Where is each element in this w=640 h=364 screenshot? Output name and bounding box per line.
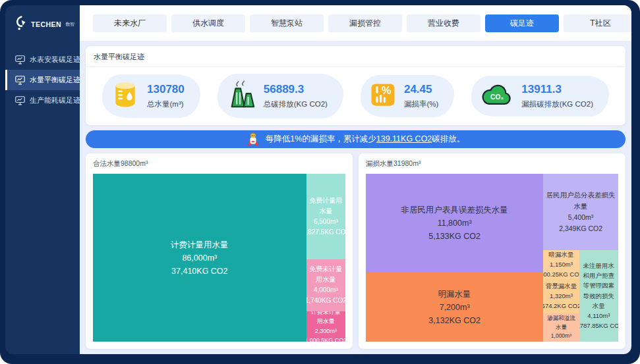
treemap-block-volume: 86,000m³ [182,251,217,265]
stat-leak-carbon: CO₂ 13911.3 漏损碳排放(KG CO2) [471,76,609,117]
treemap-block[interactable]: 暗漏水量1,150m³500.25KG CO2 [543,250,579,280]
treemap-block-co2: 500.25KG CO2 [543,269,579,279]
leak-water-treemap: 非居民用户表具误差损失水量11,800m³5,133KG CO2明漏水量7,20… [366,174,618,342]
treemap-block[interactable]: 非居民用户表具误差损失水量11,800m³5,133KG CO2 [366,174,543,273]
logo: TECHEN 数智 [5,5,80,41]
banner-highlight[interactable]: 139.11KG CO2 [376,134,432,143]
stats-panel: 水量平衡碳足迹 [86,46,625,125]
stat-label: 总水量(m³) [147,99,184,109]
sidebar-item-0[interactable]: 水表安装碳足迹 [5,49,80,70]
treemap-block-volume: 1,150m³ [550,259,573,269]
app-frame: TECHEN 数智 水表安装碳足迹水量平衡碳足迹生产能耗碳足迹 未来水厂供水调度… [0,0,640,364]
panel-title: 合法水量98800m³ [93,159,345,169]
sidebar-item-label: 生产能耗碳足迹 [30,95,80,105]
treemap-block-co2: 1,787.85KG CO2 [579,321,618,330]
treemap-block-co2: 2,349KG CO2 [559,223,602,234]
treemap-block-co2: 1,740KG CO2 [306,296,345,306]
stat-leak-rate: % 24.45 漏损率(%) [361,75,454,117]
tab-5[interactable]: 碳足迹 [485,14,559,32]
tab-1[interactable]: 供水调度 [171,14,245,32]
treemap-block[interactable]: 明漏水量7,200m³3,132KG CO2 [366,273,543,342]
stat-value: 13911.3 [521,83,562,96]
treemap-block-volume: 2,300m³ [315,326,337,336]
treemap-block-label: 免费计量用水量 [308,195,343,217]
treemap-block-volume: 7,200m³ [440,301,470,314]
treemap-block-volume: 4,000m³ [314,285,338,296]
treemap-panels: 合法水量98800m³ 计费计量用水量86,000m³37,410KG CO2免… [86,153,625,349]
treemap-block-volume: 5,400m³ [568,212,594,223]
treemap-block[interactable]: 水箱、水池渗漏和溢流水量1,000m³435KG CO2 [543,313,579,342]
treemap-block-volume: 1,320m³ [550,291,573,301]
water-tank-icon [111,80,140,112]
svg-text:CO₂: CO₂ [490,93,504,101]
percent-chart-icon: % [369,81,397,111]
treemap-block-co2: 3,132KG CO2 [428,314,480,327]
section-title: 水量平衡碳足迹 [94,52,618,62]
logo-icon [15,15,27,34]
treemap-block-label: 居民用户总分表差损失水量 [545,190,616,212]
tab-0[interactable]: 未来水厂 [93,14,167,32]
treemap-block-co2: 2,827.5KG CO2 [306,227,345,238]
treemap-block-label: 暗漏水量 [548,250,573,260]
treemap-block[interactable]: 计费未计量用水量2,300m³1,000.5KG CO2 [306,311,345,342]
treemap-block-label: 计费未计量用水量 [308,311,343,326]
treemap-block[interactable]: 免费未计量用水量4,000m³1,740KG CO2 [306,259,345,311]
treemap-block-label: 计费计量用水量 [171,238,229,251]
banner-prefix: 每降低1%的漏损率，累计减少 [266,134,376,143]
treemap-block-co2: 1,000.5KG CO2 [306,336,345,342]
brand-suffix: 数智 [65,21,74,28]
banner-suffix: 碳排放。 [432,134,465,143]
stat-label: 总碳排放(KG CO2) [264,99,328,109]
stat-text: 56889.3 总碳排放(KG CO2) [264,83,328,109]
treemap-block-label: 水箱、水池渗漏和溢流水量 [545,313,577,332]
sidebar-item-label: 水表安装碳足迹 [30,55,80,65]
treemap-block-label: 非居民用户表具误差损失水量 [401,203,508,217]
brand-name: TECHEN [31,20,61,28]
tab-2[interactable]: 智慧泵站 [250,14,324,32]
leak-banner: 每降低1%的漏损率，累计减少139.11KG CO2碳排放。 [86,130,625,148]
sidebar: TECHEN 数智 水表安装碳足迹水量平衡碳足迹生产能耗碳足迹 [5,5,80,354]
nav-tabs: 未来水厂供水调度智慧泵站漏损管控营业收费碳足迹T社区 [93,14,631,32]
stat-value: 56889.3 [264,83,304,96]
banner-text: 每降低1%的漏损率，累计减少139.11KG CO2碳排放。 [266,134,465,145]
stat-total-carbon: 56889.3 总碳排放(KG CO2) [218,74,343,118]
svg-text:%: % [382,84,392,97]
sidebar-menu: 水表安装碳足迹水量平衡碳足迹生产能耗碳足迹 [5,49,80,111]
treemap-block-label: 未注册用水和用户拒查等管理因素导致的损失水量 [581,261,616,311]
treemap-block-label: 免费未计量用水量 [308,264,343,285]
treemap-block-volume: 6,500m³ [314,217,338,227]
treemap-block[interactable]: 背景漏水量1,320m³574.2KG CO2 [543,279,579,313]
treemap-block-co2: 574.2KG CO2 [543,301,579,311]
treemap-block[interactable]: 居民用户总分表差损失水量5,400m³2,349KG CO2 [543,174,618,250]
stats-row: 130780 总水量(m³) [94,67,618,118]
factory-icon [226,80,256,113]
robot-mascot-icon [247,132,260,147]
topbar: 未来水厂供水调度智慧泵站漏损管控营业收费碳足迹T社区 HI ,TECHEN 退出… [80,5,631,41]
sidebar-item-2[interactable]: 生产能耗碳足迹 [5,90,80,111]
treemap-block-co2: 5,133KG CO2 [428,230,480,243]
treemap-block[interactable]: 计费计量用水量86,000m³37,410KG CO2 [93,174,306,342]
sidebar-item-1[interactable]: 水量平衡碳足迹 [5,70,80,90]
main-area: 未来水厂供水调度智慧泵站漏损管控营业收费碳足迹T社区 HI ,TECHEN 退出… [80,5,631,354]
tab-3[interactable]: 漏损管控 [328,14,402,32]
panel-title: 漏损水量31980m³ [366,159,618,169]
treemap-panel-legal-water: 合法水量98800m³ 计费计量用水量86,000m³37,410KG CO2免… [86,153,353,349]
tab-4[interactable]: 营业收费 [407,14,480,32]
monitor-chart-icon [15,96,25,105]
treemap-block-volume: 1,000m³ [551,332,571,341]
stat-text: 24.45 漏损率(%) [404,83,438,109]
tab-6[interactable]: T社区 [564,14,631,32]
app-window: TECHEN 数智 水表安装碳足迹水量平衡碳足迹生产能耗碳足迹 未来水厂供水调度… [5,5,631,354]
treemap-block[interactable]: 未注册用水和用户拒查等管理因素导致的损失水量4,110m³1,787.85KG … [579,250,618,342]
treemap-block[interactable]: 免费计量用水量6,500m³2,827.5KG CO2 [306,174,345,259]
treemap-block-volume: 11,800m³ [438,217,472,230]
monitor-chart-icon [15,55,25,65]
content: 水量平衡碳足迹 [80,41,631,354]
stat-text: 130780 总水量(m³) [147,83,185,109]
monitor-chart-icon [15,76,25,85]
stat-label: 漏损率(%) [404,99,438,109]
sidebar-item-label: 水量平衡碳足迹 [30,75,80,85]
treemap-block-label: 背景漏水量 [546,281,577,291]
treemap-panel-leak-water: 漏损水量31980m³ 非居民用户表具误差损失水量11,800m³5,133KG… [359,153,625,349]
stat-value: 24.45 [404,83,432,96]
